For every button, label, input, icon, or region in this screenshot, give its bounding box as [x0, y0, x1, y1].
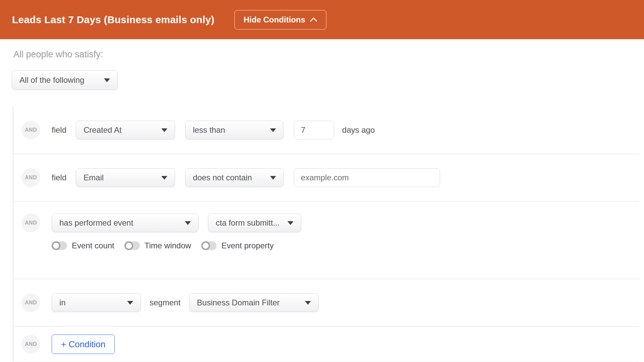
- segment-conditions-page: Leads Last 7 Days (Business emails only)…: [0, 0, 644, 362]
- event-property-toggle[interactable]: [201, 241, 217, 250]
- chevron-up-icon: [310, 17, 317, 22]
- page-title: Leads Last 7 Days (Business emails only): [12, 14, 214, 25]
- subtitle: All people who satisfy:: [13, 49, 644, 60]
- toggle-knob: [52, 241, 60, 250]
- condition-row-email: AND field Email does not contain: [13, 154, 639, 202]
- hide-conditions-button[interactable]: Hide Conditions: [234, 10, 326, 29]
- field-dropdown-value: Created At: [84, 125, 121, 135]
- operator-dropdown-value: does not contain: [193, 173, 252, 182]
- caret-down-icon: [305, 301, 311, 305]
- field-dropdown-email[interactable]: Email: [76, 168, 175, 187]
- caret-down-icon: [287, 221, 293, 225]
- and-badge: AND: [21, 293, 40, 312]
- days-ago-label: days ago: [342, 125, 375, 135]
- add-condition-button[interactable]: + Condition: [52, 335, 115, 354]
- event-name-dropdown[interactable]: cta form submitt...: [208, 214, 301, 232]
- condition-row-created-at: AND field Created At less than days ago: [13, 107, 639, 154]
- event-count-toggle[interactable]: [52, 241, 67, 250]
- segment-name-value: Business Domain Filter: [197, 298, 280, 307]
- condition-row-event: AND has performed event cta form submitt…: [13, 202, 639, 279]
- and-badge: AND: [21, 121, 40, 139]
- event-count-toggle-label: Event count: [72, 241, 114, 250]
- event-type-dropdown[interactable]: has performed event: [52, 214, 199, 232]
- segment-label: segment: [150, 298, 180, 307]
- segment-operator-value: in: [59, 298, 66, 307]
- field-dropdown-value: Email: [84, 173, 104, 182]
- and-badge: AND: [21, 214, 40, 232]
- segment-name-dropdown[interactable]: Business Domain Filter: [189, 293, 319, 312]
- match-type-dropdown[interactable]: All of the following: [12, 70, 118, 90]
- caret-down-icon: [161, 176, 167, 180]
- caret-down-icon: [270, 128, 276, 132]
- event-property-toggle-label: Event property: [221, 241, 274, 250]
- and-badge: AND: [21, 335, 40, 354]
- caret-down-icon: [161, 128, 167, 132]
- field-dropdown-created-at[interactable]: Created At: [76, 121, 175, 139]
- event-type-value: has performed event: [59, 218, 133, 228]
- segment-operator-dropdown[interactable]: in: [52, 293, 141, 312]
- email-value-input[interactable]: [294, 168, 440, 187]
- caret-down-icon: [270, 176, 276, 180]
- operator-dropdown-less-than[interactable]: less than: [185, 121, 284, 139]
- condition-row-segment: AND in segment Business Domain Filter: [13, 279, 639, 327]
- field-prefix-label: field: [52, 173, 66, 182]
- caret-down-icon: [185, 221, 191, 225]
- header-bar: Leads Last 7 Days (Business emails only)…: [0, 0, 644, 39]
- hide-conditions-label: Hide Conditions: [244, 15, 305, 24]
- toggle-knob: [124, 241, 133, 250]
- event-condition-main-line: AND has performed event cta form submitt…: [13, 214, 639, 232]
- event-name-value: cta form submitt...: [216, 218, 280, 228]
- match-type-value: All of the following: [19, 75, 84, 85]
- time-window-toggle-label: Time window: [145, 241, 191, 250]
- time-window-toggle[interactable]: [124, 241, 140, 250]
- operator-dropdown-value: less than: [193, 125, 225, 135]
- field-prefix-label: field: [52, 125, 66, 135]
- caret-down-icon: [127, 301, 133, 305]
- conditions-editor: All people who satisfy: All of the follo…: [0, 49, 644, 362]
- toggle-knob: [201, 241, 210, 250]
- days-value-input[interactable]: [294, 121, 334, 139]
- caret-down-icon: [104, 78, 110, 82]
- operator-dropdown-does-not-contain[interactable]: does not contain: [185, 168, 284, 187]
- event-options-row: Event count Time window Event property: [52, 241, 639, 250]
- conditions-list: AND field Created At less than days ago …: [13, 107, 639, 362]
- add-condition-row: AND + Condition: [13, 327, 639, 362]
- and-badge: AND: [21, 168, 40, 187]
